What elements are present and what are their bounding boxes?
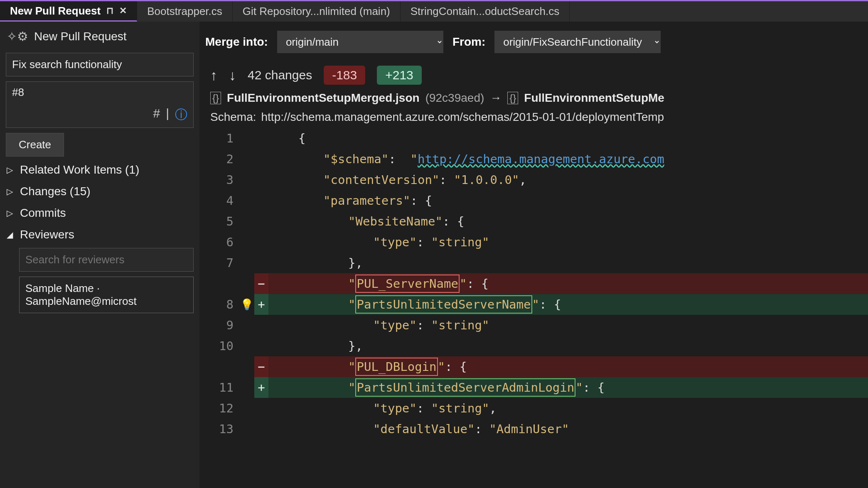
chevron-right-icon: ▷ <box>7 186 16 196</box>
hash-icon[interactable]: # <box>153 106 160 123</box>
arrow-icon: → <box>490 91 502 105</box>
tree-label: Commits <box>20 206 66 220</box>
tab-bootstrapper[interactable]: Bootstrapper.cs <box>137 1 233 22</box>
diff-minus-icon: − <box>254 273 268 294</box>
code-content: { "$schema": "http://schema.management.a… <box>268 128 868 488</box>
close-icon[interactable]: ✕ <box>119 5 127 16</box>
pr-title-input[interactable] <box>6 53 194 76</box>
schema-label: Schema: <box>210 110 256 124</box>
chevron-right-icon: ▷ <box>7 208 16 218</box>
tab-label: StringContain...oductSearch.cs <box>411 5 559 18</box>
divider: | <box>166 106 169 123</box>
tree-commits[interactable]: ▷ Commits <box>6 205 194 221</box>
file-icon: {} <box>507 92 518 104</box>
tab-label: New Pull Request <box>10 5 101 17</box>
changes-count: 42 changes <box>248 68 312 82</box>
tab-git-repository[interactable]: Git Repository...nlimited (main) <box>233 1 401 22</box>
pr-panel-title: New Pull Request <box>34 30 127 43</box>
merge-into-select[interactable]: origin/main <box>277 31 443 53</box>
diff-panel: Merge into: origin/main From: origin/Fix… <box>199 22 868 488</box>
tree-label: Reviewers <box>20 228 74 241</box>
diff-plus-icon: + <box>254 377 268 398</box>
file-left-hash: (92c39aed) <box>425 91 484 105</box>
tab-bar: New Pull Request ⊓ ✕ Bootstrapper.cs Git… <box>0 0 868 22</box>
diff-added-token: PartsUnlimitedServerAdminLogin <box>355 378 575 397</box>
file-right-name: FullEnvironmentSetupMe <box>524 91 664 105</box>
create-button[interactable]: Create <box>6 133 64 157</box>
line-number-gutter: 123 456 78 910 111213 <box>199 128 239 488</box>
tree-label: Changes (15) <box>20 185 91 198</box>
hint-gutter: 💡 <box>239 128 254 488</box>
deletions-pill: -183 <box>324 66 365 85</box>
tab-label: Bootstrapper.cs <box>147 5 222 18</box>
info-icon[interactable]: ⓘ <box>175 106 187 123</box>
diff-minus-icon: − <box>254 356 268 377</box>
file-left-name: FullEnvironmentSetupMerged.json <box>227 91 420 105</box>
reviewer-search-input[interactable] <box>19 248 194 272</box>
diff-removed-token: PUL_DBLogin <box>355 358 438 376</box>
next-change-icon[interactable]: ↓ <box>229 67 236 83</box>
diff-added-token: PartsUnlimitedServerName <box>355 295 532 314</box>
tree-related-work-items[interactable]: ▷ Related Work Items (1) <box>6 162 194 178</box>
chevron-right-icon: ▷ <box>7 165 16 175</box>
diff-removed-token: PUL_ServerName <box>355 275 459 293</box>
pin-icon[interactable]: ⊓ <box>106 5 113 16</box>
from-label: From: <box>452 35 485 49</box>
tab-new-pull-request[interactable]: New Pull Request ⊓ ✕ <box>0 1 137 22</box>
pr-sparkle-icon: ✧⚙ <box>7 29 28 44</box>
file-icon: {} <box>210 92 221 104</box>
pr-form-panel: ✧⚙ New Pull Request #8 # | ⓘ Create ▷ Re… <box>0 22 199 488</box>
tab-string-contain[interactable]: StringContain...oductSearch.cs <box>401 1 570 22</box>
reviewer-chip[interactable]: Sample Name · SampleName@microst <box>19 277 194 313</box>
from-select[interactable]: origin/FixSearchFunctionality <box>494 31 661 53</box>
schema-url: http://schema.management.azure.com/schem… <box>261 110 664 124</box>
diff-sign-gutter: − + − + <box>254 128 268 488</box>
lightbulb-icon[interactable]: 💡 <box>239 294 254 315</box>
diff-code-view[interactable]: 123 456 78 910 111213 💡 − + − + <box>199 128 868 488</box>
chevron-down-icon: ◢ <box>7 230 16 240</box>
prev-change-icon[interactable]: ↑ <box>210 67 217 83</box>
merge-into-label: Merge into: <box>205 35 268 49</box>
tree-label: Related Work Items (1) <box>20 163 139 177</box>
tree-reviewers[interactable]: ◢ Reviewers <box>6 226 194 243</box>
tree-changes[interactable]: ▷ Changes (15) <box>6 183 194 200</box>
pr-description-box[interactable]: #8 # | ⓘ <box>6 81 194 128</box>
additions-pill: +213 <box>377 66 422 85</box>
tab-label: Git Repository...nlimited (main) <box>243 5 390 18</box>
pr-description-value: #8 <box>6 82 193 103</box>
diff-plus-icon: + <box>254 294 268 315</box>
